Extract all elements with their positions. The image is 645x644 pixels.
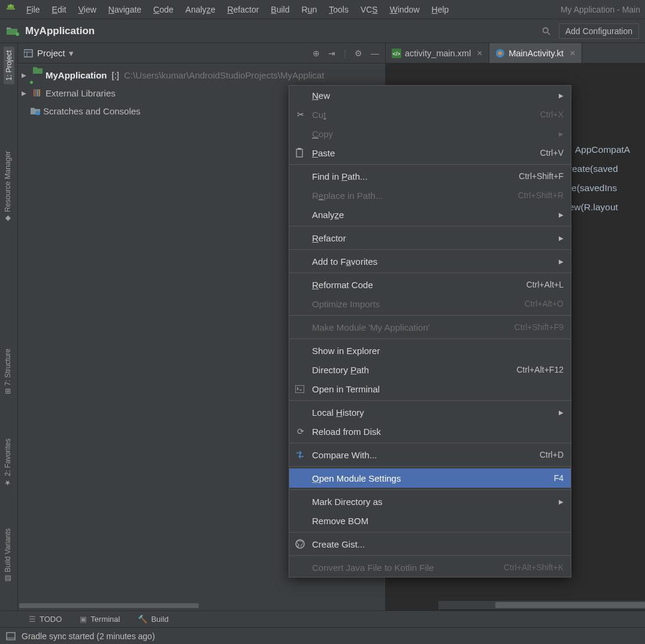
menu-item-open-module-settings[interactable]: Open Module SettingsF4 [289,468,571,488]
tool-terminal[interactable]: ▣Terminal [80,615,120,624]
menu-run[interactable]: Run [302,5,317,14]
menu-item-make-module-my-application: Make Module 'My Application'Ctrl+Shift+F… [289,318,571,337]
tool-tab-resource-manager[interactable]: ◆Resource Manager [4,151,12,223]
menu-item-analyze[interactable]: Analyze▶ [289,205,571,224]
submenu-arrow-icon: ▶ [559,235,564,241]
menu-tools[interactable]: Tools [329,5,349,14]
tool-label: Build [151,615,168,624]
menu-edit[interactable]: Edit [52,5,66,14]
submenu-arrow-icon: ▶ [559,498,564,505]
editor-tab-mainactivity-kt[interactable]: MainActivity.kt✕ [489,43,582,63]
tool-build[interactable]: 🔨Build [138,615,168,624]
menu-item-label: Optimize Imports [312,299,380,309]
menu-item-optimize-imports: Optimize ImportsCtrl+Alt+O [289,294,571,313]
menu-item-convert-java-file-to-kotlin-file: Convert Java File to Kotlin FileCtrl+Alt… [289,558,571,577]
menu-item-label: Convert Java File to Kotlin File [312,563,434,573]
paste-icon [295,148,306,158]
menu-item-replace-in-path: Replace in Path...Ctrl+Shift+R [289,186,571,205]
svg-point-1 [12,6,13,7]
menu-separator [289,338,571,339]
expand-arrow-icon[interactable]: ▶ [22,72,30,78]
code-text: te(savedIns [569,183,617,193]
menu-help[interactable]: Help [432,5,449,14]
locate-icon[interactable]: ⊕ [313,49,320,58]
tool-tab-structure[interactable]: ⊞7: Structure [4,349,12,394]
svg-rect-2 [24,50,32,57]
menu-navigate[interactable]: Navigate [108,5,141,14]
android-logo-icon [5,4,17,16]
menu-item-add-to-favorites[interactable]: Add to Favorites▶ [289,252,571,271]
menu-item-compare-with[interactable]: Compare With...Ctrl+D [289,445,571,464]
tool-label: TODO [40,615,62,624]
project-view-icon [24,49,34,58]
tree-scratches-label: Scratches and Consoles [43,106,141,116]
libraries-icon [32,89,43,97]
search-icon[interactable]: ⚲ [539,23,554,38]
settings-icon[interactable]: ⚙ [355,49,362,58]
menu-item-find-in-path[interactable]: Find in Path...Ctrl+Shift+F [289,167,571,186]
menu-separator [289,164,571,165]
tool-icon: ▣ [80,615,87,624]
menu-item-open-in-terminal[interactable]: Open in Terminal [289,379,571,398]
svg-rect-8 [39,89,40,96]
tool-label: Terminal [90,615,120,624]
project-panel-scrollbar[interactable] [19,602,367,609]
svg-point-0 [9,6,10,7]
window-title: My Application - Main [561,5,640,14]
menu-shortcut: Ctrl+Shift+F [519,171,564,181]
add-configuration-button[interactable]: Add Configuration [559,23,639,39]
tool-todo[interactable]: ☰TODO [29,615,62,624]
menu-item-label: Mark Directory as [312,497,383,507]
expand-arrow-icon[interactable]: ▶ [22,90,30,96]
menu-item-reformat-code[interactable]: Reformat CodeCtrl+Alt+L [289,275,571,294]
project-bar: MyApplication ⚲ Add Configuration [0,19,645,43]
menu-item-new[interactable]: New▶ [289,86,571,105]
menu-analyze[interactable]: Analyze [186,5,216,14]
menu-item-paste[interactable]: PasteCtrl+V [289,143,571,162]
tab-label: activity_main.xml [405,49,471,58]
editor-tabs: </>activity_main.xml✕MainActivity.kt✕ [386,43,645,64]
menu-window[interactable]: Window [390,5,420,14]
menu-item-show-in-explorer[interactable]: Show in Explorer [289,341,571,360]
menu-shortcut: Ctrl+Alt+L [526,280,564,289]
reload-icon: ⟳ [295,427,306,436]
menu-refactor[interactable]: Refactor [227,5,259,14]
menu-shortcut: Ctrl+D [540,450,564,459]
menu-view[interactable]: View [78,5,96,14]
tree-root-row[interactable]: ▶ MyApplication [:] C:\Users\kumar\Andro… [19,66,384,84]
submenu-arrow-icon: ▶ [559,211,564,218]
menu-separator [289,226,571,226]
tool-tab-favorites[interactable]: ★2: Favorites [4,439,12,487]
tool-icon: ☰ [29,615,36,624]
menu-item-refactor[interactable]: Refactor▶ [289,228,571,247]
editor-tab-activity_main-xml[interactable]: </>activity_main.xml✕ [386,43,489,63]
menu-item-create-gist[interactable]: Create Gist... [289,534,571,554]
menu-shortcut: Ctrl+Shift+R [518,191,564,200]
code-text: ew(R.layout [569,202,618,212]
menu-item-reload-from-disk[interactable]: ⟳Reload from Disk [289,422,571,441]
menu-build[interactable]: Build [271,5,289,14]
menu-file[interactable]: File [26,5,40,14]
menu-item-label: Reformat Code [312,280,373,290]
menu-item-label: Paste [312,148,335,158]
close-tab-icon[interactable]: ✕ [477,49,483,58]
collapse-icon[interactable]: ⇥ [328,49,335,58]
tool-tab-build-variants[interactable]: ▤Build Variants [4,528,12,583]
project-view-dropdown-icon[interactable]: ▾ [69,48,74,59]
menu-item-remove-bom[interactable]: Remove BOM [289,511,571,530]
menu-vcs[interactable]: VCS [361,5,378,14]
tool-icon: 🔨 [138,615,147,624]
tool-tab-project[interactable]: 1: Project [4,47,14,84]
menu-item-mark-directory-as[interactable]: Mark Directory as▶ [289,492,571,511]
code-text: reate(saved [569,164,618,174]
editor-scrollbar[interactable] [438,601,645,609]
minimize-icon[interactable]: — [371,49,379,58]
submenu-arrow-icon: ▶ [559,409,564,416]
menu-item-local-history[interactable]: Local History▶ [289,403,571,422]
close-tab-icon[interactable]: ✕ [570,49,576,58]
menu-code[interactable]: Code [153,5,173,14]
module-folder-icon [32,66,43,84]
submenu-arrow-icon: ▶ [559,92,564,99]
svg-rect-5 [34,89,35,96]
menu-item-directory-path[interactable]: Directory PathCtrl+Alt+F12 [289,360,571,379]
